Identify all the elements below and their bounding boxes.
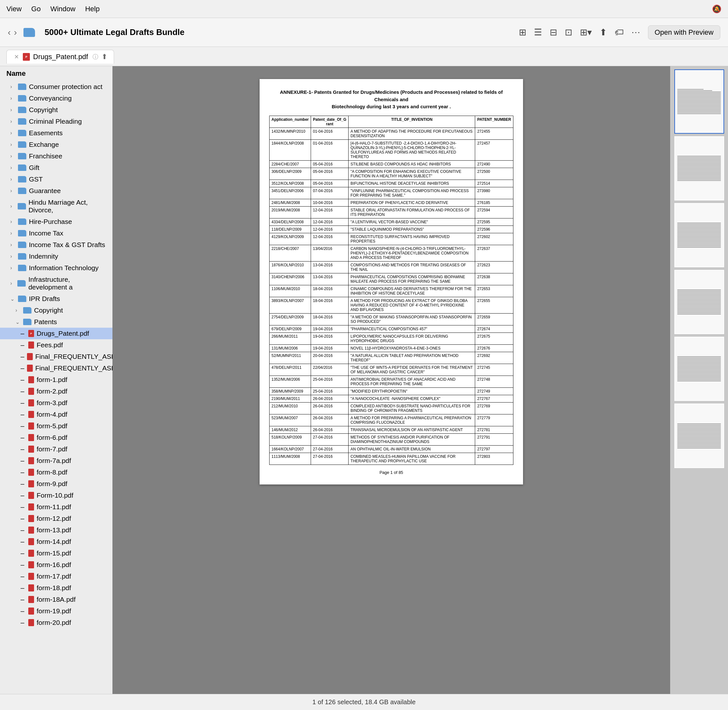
group-button[interactable]: ⊞▾ (580, 27, 592, 38)
table-cell: PHARMACEUTICAL COMPOSITIONS COMPRISING I… (349, 273, 475, 285)
sidebar-item-form5[interactable]: – form-5.pdf (0, 420, 113, 432)
sidebar-item-copyright[interactable]: › Copyright (0, 104, 113, 116)
table-cell: 05-04-2016 (311, 160, 349, 168)
thumbnail-preview-2 (675, 137, 724, 200)
sidebar-item-form4[interactable]: – form-4.pdf (0, 409, 113, 420)
sidebar-item-form7[interactable]: – form-7.pdf (0, 443, 113, 455)
list-view-button[interactable]: ☰ (534, 27, 542, 38)
sidebar-item-form15[interactable]: – form-15.pdf (0, 547, 113, 559)
sidebar-item-form2[interactable]: – form-2.pdf (0, 386, 113, 397)
sidebar-item-form20[interactable]: – form-20.pdf (0, 617, 113, 628)
table-cell: 12-04-2016 (311, 206, 349, 218)
back-button[interactable]: ‹ (8, 27, 10, 38)
thumbnail-6[interactable] (674, 403, 724, 468)
col-header-date: Patent_date_Of_Grant (311, 116, 349, 128)
sidebar-item-form8[interactable]: – form-8.pdf (0, 466, 113, 478)
sidebar-item-guarantee[interactable]: › Guarantee (0, 185, 113, 197)
sidebar-item-hindu-marriage[interactable]: › Hindu Marriage Act, Divorce, (0, 197, 113, 216)
table-cell: NOVEL 11β-HYDROXYANDROSTA-4-ENE-3-ONES (349, 345, 475, 352)
more-button[interactable]: ⋯ (631, 27, 640, 38)
grid-view-button[interactable]: ⊞ (519, 27, 526, 38)
sidebar-item-income-tax[interactable]: › Income Tax (0, 227, 113, 239)
thumb-line (677, 158, 721, 159)
sidebar-item-franchisee[interactable]: › Franchisee (0, 150, 113, 162)
table-cell: 18-04-2016 (311, 297, 349, 313)
sidebar-item-form1[interactable]: – form-1.pdf (0, 374, 113, 386)
column-view-button[interactable]: ⊟ (550, 27, 557, 38)
sidebar-item-patents[interactable]: ⌄ Patents (0, 316, 113, 328)
sidebar-item-gift[interactable]: › Gift (0, 162, 113, 173)
sidebar-item-consumer[interactable]: › Consumer protection act (0, 81, 113, 92)
sidebar-item-exchange[interactable]: › Exchange (0, 139, 113, 150)
sidebar-item-form10[interactable]: – Form-10.pdf (0, 490, 113, 501)
sidebar-item-form3[interactable]: – form-3.pdf (0, 397, 113, 409)
sidebar-item-form16[interactable]: – form-16.pdf (0, 559, 113, 571)
table-cell: 358/MUMNP/2009 (270, 387, 311, 395)
forward-button[interactable]: › (14, 27, 17, 38)
pdf-file-icon (28, 538, 34, 545)
table-cell: 272779 (475, 414, 514, 426)
sidebar-item-hire-purchase[interactable]: › Hire-Purchase (0, 216, 113, 227)
sidebar-item-gst[interactable]: › GST (0, 173, 113, 185)
pdf-file-icon (28, 492, 34, 499)
tab-share-button[interactable]: ⬆ (101, 53, 107, 61)
sidebar-item-label: form-18.pdf (37, 584, 71, 592)
sidebar-item-drugs-patent[interactable]: – P Drugs_Patent.pdf (0, 328, 113, 339)
sidebar-item-final-faq2[interactable]: – Final_FREQUENTLY_ASK (0, 362, 113, 374)
sidebar-item-copyright2[interactable]: › Copyright (0, 305, 113, 316)
thumbnail-5[interactable] (674, 337, 724, 401)
thumbnail-1[interactable] (674, 69, 724, 133)
tag-button[interactable]: 🏷 (615, 27, 624, 38)
sidebar-item-infrastructure[interactable]: › Infrastructure, development a (0, 274, 113, 293)
menu-view[interactable]: View (6, 5, 22, 13)
sidebar-item-criminal[interactable]: › Criminal Pleading (0, 116, 113, 127)
sidebar-item-form12[interactable]: – form-12.pdf (0, 513, 113, 524)
sidebar-item-form18[interactable]: – form-18.pdf (0, 582, 113, 594)
sidebar-item-form9[interactable]: – form-9.pdf (0, 478, 113, 490)
thumbnail-2[interactable] (674, 136, 724, 201)
table-row: 2019/MUM/200812-04-2016STABLE ORAL ATORV… (270, 206, 514, 218)
sidebar-item-form14[interactable]: – form-14.pdf (0, 536, 113, 547)
sidebar-item-label: Easements (29, 129, 63, 137)
sidebar-item-form13[interactable]: – form-13.pdf (0, 524, 113, 536)
sidebar-item-income-tax-gst[interactable]: › Income Tax & GST Drafts (0, 239, 113, 251)
menu-window[interactable]: Window (50, 5, 75, 13)
open-preview-button[interactable]: Open with Preview (648, 25, 720, 40)
chevron-right-icon: › (10, 95, 15, 101)
share-button[interactable]: ⬆ (599, 27, 607, 38)
sidebar-item-conveyancing[interactable]: › Conveyancing (0, 92, 113, 104)
sidebar-item-indemnity[interactable]: › Indemnity (0, 251, 113, 262)
sidebar-item-form11[interactable]: – form-11.pdf (0, 501, 113, 513)
tab-close-button[interactable]: ✕ (13, 54, 20, 60)
table-cell: "A METHOD OF MAKING STANNSOPORFIN AND ST… (349, 313, 475, 325)
pdf-tab[interactable]: ✕ P Drugs_Patent.pdf ⓘ ⬆ (6, 50, 114, 64)
folder-icon (23, 28, 35, 37)
table-cell: 272803 (475, 453, 514, 465)
thumb-line (677, 356, 721, 357)
sidebar-item-form6[interactable]: – form-6.pdf (0, 432, 113, 443)
sidebar-item-final-faq1[interactable]: – Final_FREQUENTLY_ASK (0, 351, 113, 362)
folder-icon (18, 164, 26, 171)
sidebar-item-easements[interactable]: › Easements (0, 127, 113, 139)
sidebar-item-label: form-15.pdf (37, 549, 71, 557)
table-cell: 272455 (475, 128, 514, 139)
sidebar-item-form7a[interactable]: – form-7a.pdf (0, 455, 113, 466)
sidebar-item-information-technology[interactable]: › Information Technology (0, 262, 113, 274)
main-content: Name › Consumer protection act › Conveya… (0, 66, 728, 710)
sidebar-item-form19[interactable]: – form-19.pdf (0, 605, 113, 617)
thumbnail-3[interactable] (674, 203, 724, 267)
folder-icon (18, 130, 26, 136)
sidebar-item-fees[interactable]: – Fees.pdf (0, 339, 113, 351)
thumb-line (677, 359, 721, 359)
sidebar-item-ipr-drafts[interactable]: ⌄ IPR Drafts (0, 293, 113, 305)
menu-help[interactable]: Help (85, 5, 100, 13)
table-cell: STILBENE BASED COMPOUNDS AS HDAC INHIBIT… (349, 160, 475, 168)
sidebar-item-form17[interactable]: – form-17.pdf (0, 571, 113, 582)
dash-icon: – (21, 330, 26, 337)
thumb-line (677, 234, 721, 235)
gallery-view-button[interactable]: ⊡ (565, 27, 572, 38)
table-cell: 26-04-2016 (311, 426, 349, 433)
menu-go[interactable]: Go (31, 5, 41, 13)
sidebar-item-form18a[interactable]: – form-18A.pdf (0, 594, 113, 605)
thumbnail-4[interactable] (674, 270, 724, 334)
